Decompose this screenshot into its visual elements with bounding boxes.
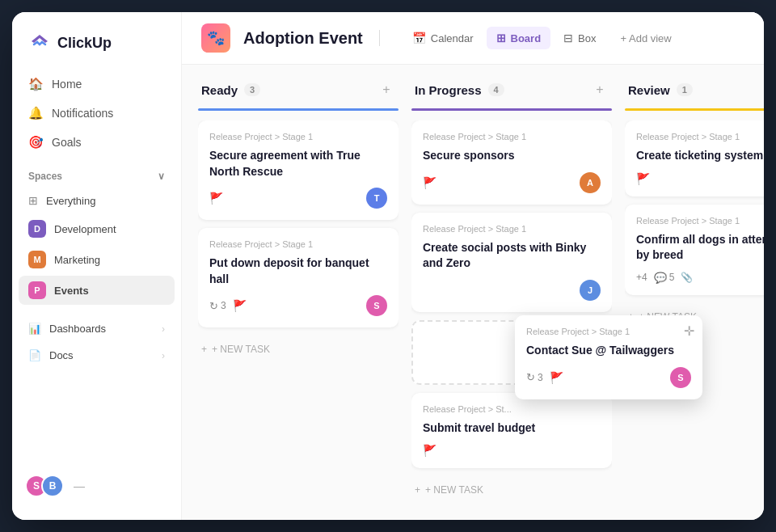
- plus-avatar-count: +4: [636, 272, 647, 283]
- card-title: Confirm all dogs in attendance by breed: [636, 232, 764, 264]
- footer-dash: —: [74, 479, 85, 492]
- tab-box[interactable]: ⊟ Box: [554, 27, 605, 49]
- development-dot: D: [28, 220, 46, 238]
- card-title: Create social posts with Binky and Zero: [423, 240, 601, 272]
- board-icon: ⊞: [496, 32, 506, 44]
- tab-board[interactable]: ⊞ Board: [487, 27, 551, 49]
- comment-count: 💬 5: [654, 272, 675, 284]
- column-review-title: Review: [628, 83, 670, 97]
- card-social-posts[interactable]: Release Project > Stage 1 Create social …: [411, 213, 612, 312]
- calendar-icon: 📅: [412, 32, 426, 44]
- project-icon: 🐾: [201, 23, 230, 53]
- comment-number: 3: [538, 372, 543, 383]
- card-avatar: T: [366, 188, 387, 209]
- card-breadcrumb: Release Project > Stage 1: [423, 224, 601, 234]
- add-view-label: + Add view: [621, 32, 672, 44]
- column-in-progress-header: In Progress 4 +: [411, 81, 612, 108]
- card-sponsors[interactable]: Release Project > Stage 1 Secure sponsor…: [411, 120, 612, 205]
- development-label: Development: [54, 223, 116, 235]
- column-review: Review 1 + Release Project > Stage 1 Cre…: [625, 81, 764, 329]
- column-ready-add-button[interactable]: +: [377, 81, 395, 99]
- card-title: Put down deposit for banquet hall: [209, 255, 387, 287]
- sidebar-item-dashboards[interactable]: 📊 Dashboards ›: [19, 316, 175, 341]
- card-confirm-dogs[interactable]: Release Project > Stage 1 Confirm all do…: [625, 205, 764, 295]
- docs-chevron-icon: ›: [162, 350, 165, 361]
- events-label: Events: [54, 285, 89, 297]
- home-label: Home: [52, 78, 82, 91]
- marketing-label: Marketing: [54, 254, 100, 266]
- card-meta: T: [366, 188, 387, 209]
- top-nav: 🏠 Home 🔔 Notifications 🎯 Goals: [12, 70, 181, 158]
- column-ready-cards: Release Project > Stage 1 Secure agreeme…: [198, 120, 399, 334]
- column-review-count: 1: [677, 83, 693, 96]
- project-title: Adoption Event: [243, 29, 363, 48]
- column-review-header: Review 1 +: [625, 81, 764, 108]
- floating-drag-card[interactable]: ✛ Release Project > Stage 1 Contact Sue …: [515, 315, 702, 399]
- sidebar-item-notifications[interactable]: 🔔 Notifications: [19, 99, 175, 127]
- card-breadcrumb: Release Project > Stage 1: [636, 216, 764, 226]
- card-footer: 🚩 A: [423, 172, 601, 193]
- column-review-cards: Release Project > Stage 1 Create ticketi…: [625, 120, 764, 302]
- dashboards-chevron-icon: ›: [162, 323, 165, 335]
- box-icon: ⊟: [563, 32, 573, 44]
- comment-number: 5: [669, 272, 675, 283]
- sidebar-item-docs[interactable]: 📄 Docs ›: [19, 343, 175, 368]
- card-breadcrumb: Release Project > Stage 1: [423, 132, 601, 141]
- flag-icon: 🚩: [636, 172, 650, 185]
- column-in-progress: In Progress 4 + Release Project > Stage …: [411, 81, 612, 502]
- flag-icon: 🚩: [550, 371, 563, 384]
- card-deposit[interactable]: Release Project > Stage 1 Put down depos…: [198, 228, 399, 327]
- marketing-dot: M: [28, 251, 46, 268]
- sidebar-item-goals[interactable]: 🎯 Goals: [19, 129, 175, 156]
- tab-calendar[interactable]: 📅 Calendar: [403, 27, 483, 49]
- card-footer: J: [423, 280, 601, 301]
- new-task-label: + NEW TASK: [425, 484, 483, 496]
- card-meta: J: [580, 280, 601, 301]
- new-task-ready-button[interactable]: + + NEW TASK: [198, 337, 399, 361]
- sidebar-item-home[interactable]: 🏠 Home: [19, 70, 175, 98]
- card-meta: S: [366, 295, 387, 316]
- sidebar-item-everything[interactable]: ⊞ Everything: [19, 188, 175, 213]
- new-task-in-progress-button[interactable]: + + NEW TASK: [411, 478, 612, 502]
- comment-icon: ↻: [209, 300, 218, 312]
- docs-icon: 📄: [28, 349, 41, 361]
- card-meta: A: [580, 172, 601, 193]
- plus-icon: +: [201, 344, 207, 355]
- docs-label: Docs: [49, 349, 74, 361]
- logo-area: ClickUp: [12, 25, 181, 70]
- card-breadcrumb: Release Project > Stage 1: [209, 239, 387, 249]
- card-avatar: J: [580, 280, 601, 301]
- events-dot: P: [28, 281, 46, 299]
- goals-label: Goals: [52, 136, 82, 149]
- card-footer: 🚩: [423, 444, 601, 457]
- app-container: ClickUp 🏠 Home 🔔 Notifications 🎯 Goals S…: [12, 12, 764, 520]
- column-in-progress-add-button[interactable]: +: [591, 81, 609, 99]
- card-travel-budget[interactable]: Release Project > St... Submit travel bu…: [411, 393, 612, 469]
- plus-icon: +: [415, 484, 420, 496]
- bottom-nav: 📊 Dashboards › 📄 Docs ›: [12, 310, 181, 376]
- spaces-section-header: Spaces ∨: [12, 158, 181, 188]
- comment-count: ↻ 3: [209, 300, 226, 312]
- calendar-label: Calendar: [431, 32, 474, 44]
- card-footer: ↻ 3 🚩 S: [209, 295, 387, 316]
- card-avatar: S: [670, 367, 691, 388]
- flag-icon: 🚩: [423, 444, 436, 457]
- bell-icon: 🔔: [28, 106, 44, 120]
- flag-icon: 🚩: [423, 176, 436, 189]
- notifications-label: Notifications: [52, 107, 113, 120]
- sidebar-item-development[interactable]: D Development: [19, 214, 175, 243]
- add-view-button[interactable]: + Add view: [613, 27, 680, 49]
- column-in-progress-count: 4: [488, 83, 504, 96]
- column-review-bar: [625, 108, 764, 111]
- paperclip-icon: 📎: [681, 272, 693, 283]
- column-ready-title: Ready: [201, 83, 238, 97]
- column-ready: Ready 3 + Release Project > Stage 1 Secu…: [198, 81, 399, 361]
- comment-icon: 💬: [654, 272, 667, 284]
- card-breadcrumb: Release Project > Stage 1: [636, 132, 764, 141]
- sidebar-item-marketing[interactable]: M Marketing: [19, 245, 175, 274]
- card-ticketing[interactable]: Release Project > Stage 1 Create ticketi…: [625, 120, 764, 196]
- attachments: 📎: [681, 272, 693, 283]
- card-secure-agreement[interactable]: Release Project > Stage 1 Secure agreeme…: [198, 120, 399, 220]
- card-footer: 🚩 T: [209, 188, 387, 209]
- sidebar-item-events[interactable]: P Events: [19, 276, 175, 305]
